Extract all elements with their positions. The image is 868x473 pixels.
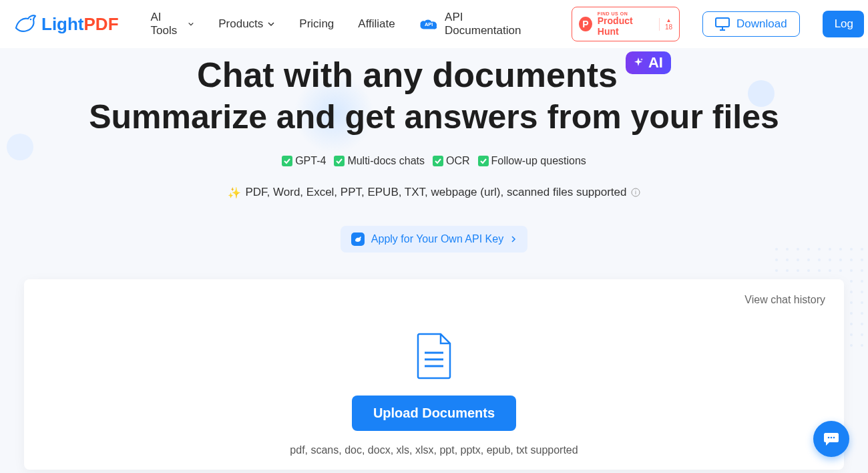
hero-supported: ✨ PDF, Word, Excel, PPT, EPUB, TXT, webp… xyxy=(0,186,868,199)
nav-label: Affiliate xyxy=(358,17,395,31)
product-hunt-icon: P xyxy=(579,17,592,31)
svg-rect-4 xyxy=(334,156,345,166)
svg-text:API: API xyxy=(425,21,433,27)
chevron-down-icon xyxy=(188,20,194,28)
upload-documents-button[interactable]: Upload Documents xyxy=(352,396,516,431)
svg-rect-6 xyxy=(478,156,489,166)
hero-subtitle: Summarize and get answers from your file… xyxy=(0,98,868,136)
nav-label: API Documentation xyxy=(445,11,526,37)
feature-ocr: OCR xyxy=(433,155,470,167)
document-icon xyxy=(415,333,453,379)
nav-pricing[interactable]: Pricing xyxy=(299,17,334,31)
upload-card: View chat history Upload Documents pdf, … xyxy=(24,279,844,470)
svg-rect-3 xyxy=(282,156,292,166)
monitor-icon xyxy=(715,17,730,31)
info-icon[interactable]: i xyxy=(631,188,640,197)
logo-text-pdf: PDF xyxy=(84,14,119,34)
login-label: Log xyxy=(835,17,853,30)
check-icon xyxy=(334,156,345,166)
svg-rect-5 xyxy=(433,156,443,166)
logo[interactable]: LightPDF xyxy=(13,12,119,36)
download-button[interactable]: Download xyxy=(702,11,800,37)
svg-point-16 xyxy=(833,437,835,439)
download-label: Download xyxy=(736,17,787,31)
check-icon xyxy=(433,156,443,166)
chat-icon xyxy=(823,430,840,448)
nav-api-docs[interactable]: API API Documentation xyxy=(419,11,526,37)
ai-badge: AI xyxy=(626,51,671,74)
api-key-label: Apply for Your Own API Key xyxy=(371,233,503,245)
login-button[interactable]: Log xyxy=(823,11,864,37)
check-icon xyxy=(282,156,292,166)
sparkle-emoji-icon: ✨ xyxy=(228,186,241,199)
feature-multidocs: Multi-docs chats xyxy=(334,155,425,167)
main-nav: AI Tools Products Pricing Affiliate API … xyxy=(151,11,526,37)
hero-section: Chat with any documents AI Summarize and… xyxy=(0,48,868,253)
supported-formats: pdf, scans, doc, docx, xls, xlsx, ppt, p… xyxy=(43,444,825,456)
nav-label: Pricing xyxy=(299,17,334,31)
hero-title: Chat with any documents AI xyxy=(197,55,671,95)
nav-label: Products xyxy=(218,17,263,31)
feature-followup: Follow-up questions xyxy=(478,155,586,167)
chevron-right-icon xyxy=(510,236,517,243)
product-hunt-badge[interactable]: P FIND US ON Product Hunt ▲ 18 xyxy=(572,7,680,41)
svg-point-14 xyxy=(828,437,830,439)
nav-label: AI Tools xyxy=(151,11,184,37)
logo-bird-icon xyxy=(13,12,37,36)
view-history-link[interactable]: View chat history xyxy=(744,294,825,306)
site-header: LightPDF AI Tools Products Pricing Affil… xyxy=(0,0,868,48)
chat-bubble-button[interactable] xyxy=(813,421,849,457)
svg-rect-2 xyxy=(716,18,729,27)
logo-text-light: Light xyxy=(41,14,84,34)
nav-ai-tools[interactable]: AI Tools xyxy=(151,11,195,37)
upload-button-label: Upload Documents xyxy=(373,406,495,420)
feature-gpt4: GPT-4 xyxy=(282,155,326,167)
nav-affiliate[interactable]: Affiliate xyxy=(358,17,395,31)
check-icon xyxy=(478,156,489,166)
api-key-icon xyxy=(351,232,365,246)
product-hunt-name: Product Hunt xyxy=(598,16,651,37)
svg-point-15 xyxy=(831,437,833,439)
svg-text:i: i xyxy=(635,189,636,196)
product-hunt-count: ▲ 18 xyxy=(659,18,672,31)
hero-features: GPT-4 Multi-docs chats OCR Follow-up que… xyxy=(0,155,868,167)
api-cloud-icon: API xyxy=(419,17,438,31)
nav-products[interactable]: Products xyxy=(218,17,275,31)
chevron-down-icon xyxy=(267,20,275,28)
apply-api-key-button[interactable]: Apply for Your Own API Key xyxy=(341,226,527,253)
sparkle-icon xyxy=(632,57,644,69)
svg-point-0 xyxy=(30,19,32,21)
